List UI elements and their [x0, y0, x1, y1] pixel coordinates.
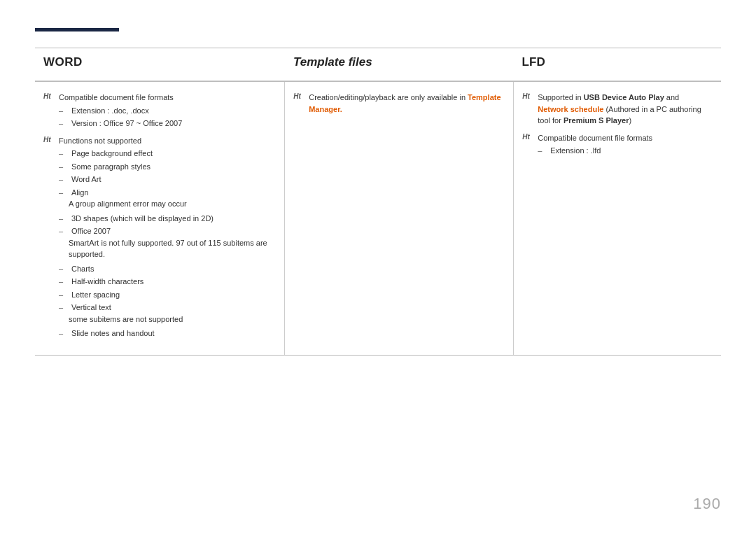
list-item: – Extension : .doc, .docx — [59, 105, 276, 117]
list-item: – Vertical text some subitems are not su… — [59, 302, 276, 326]
col-header-template: Template files — [285, 48, 514, 75]
list-item: – Charts — [59, 263, 276, 275]
list-item: – Page background effect — [59, 148, 276, 160]
list-item: – Version : Office 97 ~ Office 2007 — [59, 118, 276, 129]
word-section-1: Ht Compatible document file formats – Ex… — [43, 92, 276, 131]
list-item: – 3D shapes (which will be displayed in … — [59, 213, 276, 225]
columns-wrapper: Ht Compatible document file formats – Ex… — [35, 81, 721, 355]
lfd-section-1: Ht Supported in USB Device Auto Play and… — [522, 92, 713, 127]
template-files-column: Ht Creation/editing/playback are only av… — [285, 82, 514, 355]
list-item: – Extension : .lfd — [538, 145, 713, 157]
page-number: 190 — [693, 495, 721, 513]
list-item: – Letter spacing — [59, 289, 276, 301]
header-row: WORD Template files LFD — [35, 48, 721, 81]
word-column: Ht Compatible document file formats – Ex… — [35, 82, 285, 355]
template-section-1: Ht Creation/editing/playback are only av… — [293, 92, 505, 115]
col-header-lfd: LFD — [514, 48, 721, 75]
list-item: – Half-width characters — [59, 276, 276, 288]
list-item: – Slide notes and handout — [59, 328, 276, 339]
col-header-word: WORD — [35, 48, 285, 75]
word-section-2: Ht Functions not supported – Page backgr… — [43, 135, 276, 341]
page-container: WORD Template files LFD Ht Compatible do… — [0, 0, 756, 534]
lfd-column: Ht Supported in USB Device Auto Play and… — [514, 82, 721, 355]
list-item: – Align A group alignment error may occu… — [59, 187, 276, 211]
list-item: – Office 2007 SmartArt is not fully supp… — [59, 225, 276, 262]
list-item: – Some paragraph styles — [59, 161, 276, 173]
top-accent-bar — [35, 28, 119, 31]
list-item: – Word Art — [59, 174, 276, 185]
lfd-section-2: Ht Compatible document file formats – Ex… — [522, 132, 713, 158]
